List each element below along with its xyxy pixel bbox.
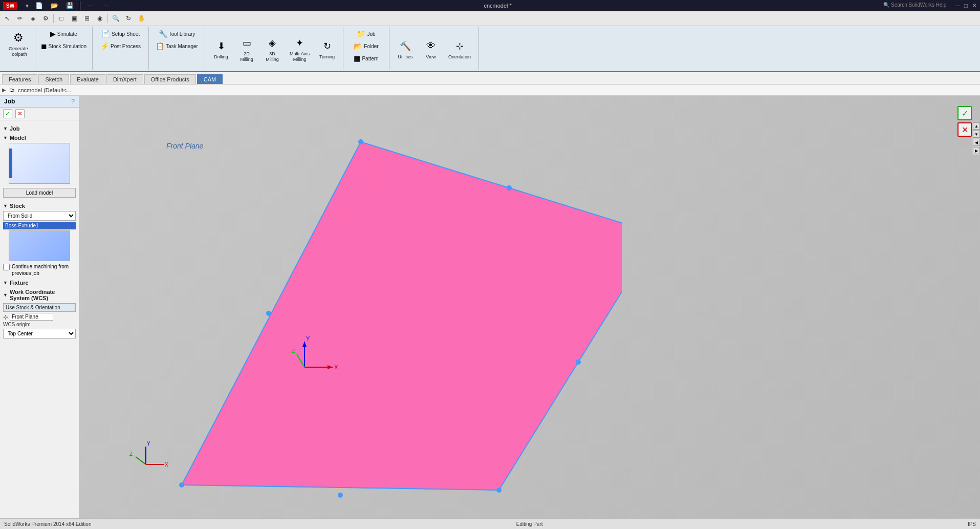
job-btn[interactable]: 📁 Job — [354, 28, 378, 39]
3d-milling-btn[interactable]: ◈ 3DMilling — [260, 33, 284, 64]
simulate-row: ▶ Simulate — [48, 28, 80, 39]
open-icon[interactable]: 📂 — [48, 0, 60, 11]
task-manager-btn[interactable]: 📋 Task Manager — [153, 40, 201, 52]
generate-toolpath-btn[interactable]: ⚙ GenerateToolpath — [5, 28, 32, 59]
panel-cancel-btn[interactable]: ✕ — [15, 109, 25, 118]
pattern-row: ▦ Pattern — [351, 53, 381, 64]
handle-ml[interactable] — [266, 311, 271, 316]
turning-btn[interactable]: ↻ Turning — [315, 36, 339, 61]
tab-sketch[interactable]: Sketch — [38, 74, 69, 84]
2d-milling-btn[interactable]: ▭ 2DMilling — [235, 33, 258, 64]
section-fixture: ▼ Fixture — [3, 280, 76, 286]
panel-ok-btn[interactable]: ✓ — [3, 109, 12, 118]
tb-pan[interactable]: ✋ — [135, 13, 147, 24]
post-process-icon: ⚡ — [100, 42, 109, 50]
drilling-btn[interactable]: ⬇ Drilling — [209, 36, 233, 61]
orientation-btn[interactable]: ⊹ Orientation — [445, 36, 474, 61]
panel-help-btn[interactable]: ? — [71, 98, 75, 105]
folder-label: Folder — [364, 44, 378, 49]
wcs-section-label: Work Coordinate System (WCS) — [10, 289, 76, 301]
viewport[interactable]: Front Plane Y Z — [79, 96, 980, 518]
pattern-btn[interactable]: ▦ Pattern — [351, 53, 381, 64]
close-btn[interactable]: ✕ — [972, 2, 977, 9]
toolbar-area: ↖ ✏ ◈ ⚙ □ ▣ ⊞ ◉ 🔍 ↻ ✋ — [0, 11, 980, 26]
model-arrow[interactable]: ▼ — [3, 135, 8, 140]
tb-select[interactable]: ↖ — [1, 13, 13, 24]
maximize-btn[interactable]: □ — [964, 2, 968, 9]
continue-machining-checkbox[interactable] — [3, 264, 10, 270]
view-btn[interactable]: 👁 View — [419, 36, 443, 61]
job-row: 📁 Job — [354, 28, 378, 39]
stock-sim-label: Stock Simulation — [49, 44, 86, 49]
tb-assembly[interactable]: ⚙ — [39, 13, 52, 24]
rp-btn-1[interactable]: ▲ — [973, 122, 980, 130]
post-process-btn[interactable]: ⚡ Post Process — [98, 40, 143, 52]
rp-btn-4[interactable]: ▶ — [973, 147, 980, 154]
stock-list-item[interactable]: Boss-Extrude1 — [3, 222, 76, 229]
tool-library-btn[interactable]: 🔧 Tool Library — [156, 28, 198, 39]
3d-shape-svg: Y Z X Y Z X — [110, 116, 622, 500]
wcs-origin-dropdown[interactable]: Top Center — [3, 329, 76, 338]
section-stock: ▼ Stock — [3, 203, 76, 209]
redo-icon[interactable]: ↪ — [100, 0, 112, 11]
wcs-arrow[interactable]: ▼ — [3, 292, 8, 298]
turning-label: Turning — [319, 54, 335, 60]
confirm-ok-btn[interactable]: ✓ — [957, 106, 972, 120]
tb-3d[interactable]: ◈ — [27, 13, 39, 24]
utilities-icon: 🔨 — [397, 38, 413, 54]
handle-tl[interactable] — [358, 139, 363, 144]
handle-tc[interactable] — [507, 185, 512, 191]
handle-mr[interactable] — [576, 359, 581, 365]
tb-view1[interactable]: □ — [55, 13, 68, 24]
model-section-label: Model — [10, 135, 26, 141]
wcs-plane-input[interactable] — [10, 313, 53, 321]
multiaxis-milling-btn[interactable]: ✦ Multi-AxisMilling — [286, 33, 313, 64]
window-controls: 🔍 Search SolidWorks Help ─ □ ✕ — [883, 2, 977, 9]
model-blue-bar — [9, 149, 12, 178]
save-icon[interactable]: 💾 — [63, 0, 76, 11]
setup-sheet-label: Setup Sheet — [112, 31, 140, 37]
orientation-icon: ⊹ — [451, 38, 468, 54]
handle-bc[interactable] — [338, 493, 343, 498]
folder-btn[interactable]: 📂 Folder — [351, 40, 381, 52]
stock-type-dropdown[interactable]: From Solid — [3, 211, 76, 221]
minimize-btn[interactable]: ─ — [955, 2, 960, 9]
task-manager-icon: 📋 — [156, 42, 164, 50]
job-arrow[interactable]: ▼ — [3, 126, 8, 131]
confirm-cancel-btn[interactable]: ✕ — [957, 122, 972, 137]
tb-zoom[interactable]: 🔍 — [110, 13, 122, 24]
new-icon[interactable]: 📄 — [33, 0, 45, 11]
tab-office-products[interactable]: Office Products — [144, 74, 196, 84]
svg-text:Z: Z — [292, 348, 295, 354]
tb-view4[interactable]: ◉ — [94, 13, 106, 24]
undo-icon[interactable]: ↩ — [84, 0, 97, 11]
tab-dimxpert[interactable]: DimXpert — [106, 74, 143, 84]
tb-sketch[interactable]: ✏ — [14, 13, 26, 24]
use-stock-orientation-btn[interactable]: Use Stock & Orientation — [3, 303, 76, 312]
setup-sheet-btn[interactable]: 📄 Setup Sheet — [99, 28, 142, 39]
stock-simulation-btn[interactable]: ◼ Stock Simulation — [38, 40, 89, 52]
ribbon-group-sheets: 📄 Setup Sheet ⚡ Post Process — [93, 27, 149, 70]
stock-arrow[interactable]: ▼ — [3, 203, 8, 208]
handle-bl[interactable] — [179, 482, 184, 488]
task-manager-row: 📋 Task Manager — [153, 40, 201, 52]
rp-btn-3[interactable]: ◀ — [973, 139, 980, 146]
tb-view2[interactable]: ▣ — [68, 13, 80, 24]
panel-title: Job — [4, 98, 15, 105]
fixture-arrow[interactable]: ▼ — [3, 280, 8, 285]
simulate-btn[interactable]: ▶ Simulate — [48, 28, 80, 39]
tab-evaluate[interactable]: Evaluate — [70, 74, 105, 84]
rp-btn-2[interactable]: ▼ — [973, 131, 980, 138]
load-model-btn[interactable]: Load model — [3, 188, 76, 198]
utilities-btn[interactable]: 🔨 Utilities — [394, 36, 417, 61]
tool-library-label: Tool Library — [169, 31, 195, 37]
handle-br[interactable] — [496, 488, 502, 493]
solidworks-logo[interactable]: SW — [3, 2, 17, 10]
post-process-label: Post Process — [111, 44, 141, 49]
tab-features[interactable]: Features — [2, 74, 37, 84]
tab-cam[interactable]: CAM — [197, 74, 223, 84]
tb-view3[interactable]: ⊞ — [81, 13, 93, 24]
post-process-row: ⚡ Post Process — [98, 40, 143, 52]
tb-rotate[interactable]: ↻ — [122, 13, 135, 24]
titlebar: SW ▼ 📄 📂 💾 ↩ ↪ cncmodel * 🔍 Search Solid… — [0, 0, 980, 11]
